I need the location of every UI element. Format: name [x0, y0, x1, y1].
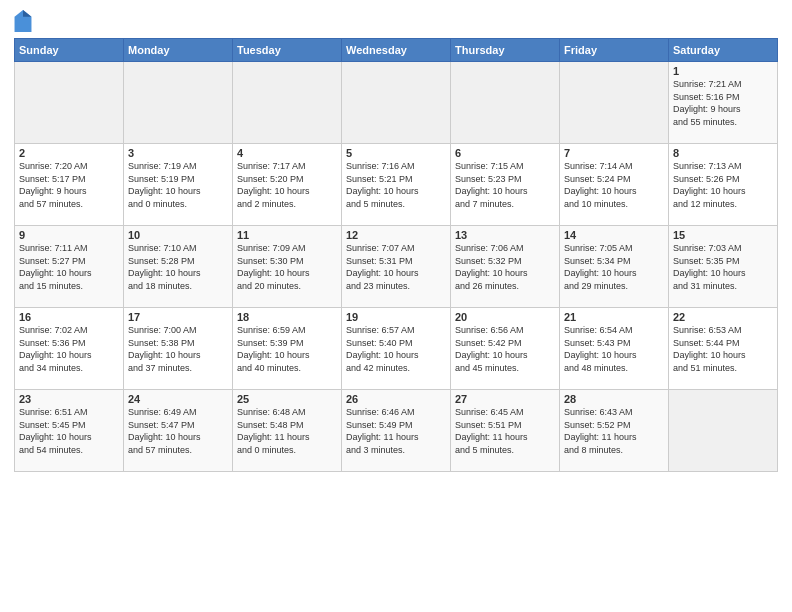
svg-marker-1 [23, 10, 31, 17]
calendar-cell: 2Sunrise: 7:20 AM Sunset: 5:17 PM Daylig… [15, 144, 124, 226]
calendar-cell: 14Sunrise: 7:05 AM Sunset: 5:34 PM Dayli… [560, 226, 669, 308]
day-info: Sunrise: 6:51 AM Sunset: 5:45 PM Dayligh… [19, 406, 119, 456]
calendar-cell: 25Sunrise: 6:48 AM Sunset: 5:48 PM Dayli… [233, 390, 342, 472]
calendar-cell: 4Sunrise: 7:17 AM Sunset: 5:20 PM Daylig… [233, 144, 342, 226]
day-info: Sunrise: 6:46 AM Sunset: 5:49 PM Dayligh… [346, 406, 446, 456]
day-number: 21 [564, 311, 664, 323]
day-info: Sunrise: 7:09 AM Sunset: 5:30 PM Dayligh… [237, 242, 337, 292]
day-number: 26 [346, 393, 446, 405]
calendar-week: 1Sunrise: 7:21 AM Sunset: 5:16 PM Daylig… [15, 62, 778, 144]
calendar-cell [451, 62, 560, 144]
day-number: 25 [237, 393, 337, 405]
calendar-cell: 23Sunrise: 6:51 AM Sunset: 5:45 PM Dayli… [15, 390, 124, 472]
calendar-cell: 21Sunrise: 6:54 AM Sunset: 5:43 PM Dayli… [560, 308, 669, 390]
day-info: Sunrise: 6:53 AM Sunset: 5:44 PM Dayligh… [673, 324, 773, 374]
calendar-week: 23Sunrise: 6:51 AM Sunset: 5:45 PM Dayli… [15, 390, 778, 472]
day-info: Sunrise: 7:05 AM Sunset: 5:34 PM Dayligh… [564, 242, 664, 292]
day-info: Sunrise: 7:03 AM Sunset: 5:35 PM Dayligh… [673, 242, 773, 292]
day-info: Sunrise: 7:00 AM Sunset: 5:38 PM Dayligh… [128, 324, 228, 374]
day-number: 27 [455, 393, 555, 405]
calendar-cell [15, 62, 124, 144]
day-number: 22 [673, 311, 773, 323]
day-number: 8 [673, 147, 773, 159]
day-info: Sunrise: 6:48 AM Sunset: 5:48 PM Dayligh… [237, 406, 337, 456]
weekday-header: Saturday [669, 39, 778, 62]
calendar-cell [124, 62, 233, 144]
day-info: Sunrise: 7:20 AM Sunset: 5:17 PM Dayligh… [19, 160, 119, 210]
day-number: 14 [564, 229, 664, 241]
weekday-header: Sunday [15, 39, 124, 62]
day-info: Sunrise: 7:16 AM Sunset: 5:21 PM Dayligh… [346, 160, 446, 210]
calendar-cell: 11Sunrise: 7:09 AM Sunset: 5:30 PM Dayli… [233, 226, 342, 308]
calendar-cell: 10Sunrise: 7:10 AM Sunset: 5:28 PM Dayli… [124, 226, 233, 308]
logo [14, 10, 36, 32]
calendar-cell: 18Sunrise: 6:59 AM Sunset: 5:39 PM Dayli… [233, 308, 342, 390]
calendar-cell [560, 62, 669, 144]
day-info: Sunrise: 7:21 AM Sunset: 5:16 PM Dayligh… [673, 78, 773, 128]
day-info: Sunrise: 6:45 AM Sunset: 5:51 PM Dayligh… [455, 406, 555, 456]
day-number: 20 [455, 311, 555, 323]
day-number: 10 [128, 229, 228, 241]
day-number: 5 [346, 147, 446, 159]
calendar-cell: 17Sunrise: 7:00 AM Sunset: 5:38 PM Dayli… [124, 308, 233, 390]
calendar-cell: 7Sunrise: 7:14 AM Sunset: 5:24 PM Daylig… [560, 144, 669, 226]
calendar-week: 9Sunrise: 7:11 AM Sunset: 5:27 PM Daylig… [15, 226, 778, 308]
calendar-cell: 15Sunrise: 7:03 AM Sunset: 5:35 PM Dayli… [669, 226, 778, 308]
day-number: 2 [19, 147, 119, 159]
day-info: Sunrise: 6:49 AM Sunset: 5:47 PM Dayligh… [128, 406, 228, 456]
calendar-cell: 19Sunrise: 6:57 AM Sunset: 5:40 PM Dayli… [342, 308, 451, 390]
weekday-header: Friday [560, 39, 669, 62]
day-info: Sunrise: 6:56 AM Sunset: 5:42 PM Dayligh… [455, 324, 555, 374]
day-number: 13 [455, 229, 555, 241]
day-number: 12 [346, 229, 446, 241]
calendar-cell: 16Sunrise: 7:02 AM Sunset: 5:36 PM Dayli… [15, 308, 124, 390]
day-info: Sunrise: 7:06 AM Sunset: 5:32 PM Dayligh… [455, 242, 555, 292]
day-info: Sunrise: 7:17 AM Sunset: 5:20 PM Dayligh… [237, 160, 337, 210]
calendar: SundayMondayTuesdayWednesdayThursdayFrid… [14, 38, 778, 472]
day-number: 9 [19, 229, 119, 241]
day-number: 15 [673, 229, 773, 241]
header [14, 10, 778, 32]
day-number: 7 [564, 147, 664, 159]
weekday-header: Tuesday [233, 39, 342, 62]
day-number: 6 [455, 147, 555, 159]
day-number: 4 [237, 147, 337, 159]
day-number: 11 [237, 229, 337, 241]
page: SundayMondayTuesdayWednesdayThursdayFrid… [0, 0, 792, 612]
weekday-header: Thursday [451, 39, 560, 62]
day-info: Sunrise: 6:43 AM Sunset: 5:52 PM Dayligh… [564, 406, 664, 456]
day-number: 28 [564, 393, 664, 405]
calendar-cell: 22Sunrise: 6:53 AM Sunset: 5:44 PM Dayli… [669, 308, 778, 390]
day-number: 24 [128, 393, 228, 405]
calendar-cell [233, 62, 342, 144]
day-info: Sunrise: 7:13 AM Sunset: 5:26 PM Dayligh… [673, 160, 773, 210]
calendar-cell: 1Sunrise: 7:21 AM Sunset: 5:16 PM Daylig… [669, 62, 778, 144]
calendar-week: 2Sunrise: 7:20 AM Sunset: 5:17 PM Daylig… [15, 144, 778, 226]
day-info: Sunrise: 7:07 AM Sunset: 5:31 PM Dayligh… [346, 242, 446, 292]
calendar-cell: 3Sunrise: 7:19 AM Sunset: 5:19 PM Daylig… [124, 144, 233, 226]
weekday-header: Wednesday [342, 39, 451, 62]
calendar-cell [342, 62, 451, 144]
calendar-body: 1Sunrise: 7:21 AM Sunset: 5:16 PM Daylig… [15, 62, 778, 472]
calendar-cell: 9Sunrise: 7:11 AM Sunset: 5:27 PM Daylig… [15, 226, 124, 308]
day-info: Sunrise: 7:14 AM Sunset: 5:24 PM Dayligh… [564, 160, 664, 210]
day-number: 18 [237, 311, 337, 323]
calendar-cell: 27Sunrise: 6:45 AM Sunset: 5:51 PM Dayli… [451, 390, 560, 472]
calendar-cell: 26Sunrise: 6:46 AM Sunset: 5:49 PM Dayli… [342, 390, 451, 472]
day-info: Sunrise: 7:10 AM Sunset: 5:28 PM Dayligh… [128, 242, 228, 292]
day-number: 23 [19, 393, 119, 405]
day-info: Sunrise: 6:57 AM Sunset: 5:40 PM Dayligh… [346, 324, 446, 374]
calendar-cell: 13Sunrise: 7:06 AM Sunset: 5:32 PM Dayli… [451, 226, 560, 308]
day-number: 3 [128, 147, 228, 159]
day-number: 1 [673, 65, 773, 77]
day-number: 17 [128, 311, 228, 323]
calendar-cell: 8Sunrise: 7:13 AM Sunset: 5:26 PM Daylig… [669, 144, 778, 226]
calendar-cell [669, 390, 778, 472]
day-number: 16 [19, 311, 119, 323]
calendar-cell: 6Sunrise: 7:15 AM Sunset: 5:23 PM Daylig… [451, 144, 560, 226]
day-info: Sunrise: 7:02 AM Sunset: 5:36 PM Dayligh… [19, 324, 119, 374]
calendar-cell: 20Sunrise: 6:56 AM Sunset: 5:42 PM Dayli… [451, 308, 560, 390]
day-info: Sunrise: 7:11 AM Sunset: 5:27 PM Dayligh… [19, 242, 119, 292]
calendar-cell: 5Sunrise: 7:16 AM Sunset: 5:21 PM Daylig… [342, 144, 451, 226]
day-info: Sunrise: 7:15 AM Sunset: 5:23 PM Dayligh… [455, 160, 555, 210]
